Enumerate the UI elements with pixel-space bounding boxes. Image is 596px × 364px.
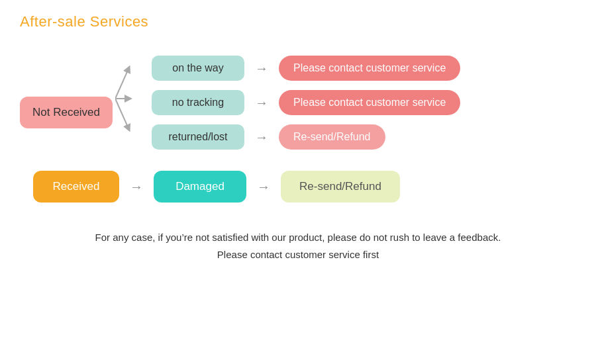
- arrow-icon-1: →: [255, 95, 268, 111]
- branch-row-1: no tracking → Please contact customer se…: [152, 90, 460, 115]
- arrow-received: →: [130, 179, 143, 195]
- damaged-node: Damaged: [154, 171, 246, 203]
- branch-row-0: on the way → Please contact customer ser…: [152, 56, 460, 81]
- status-returned-lost: returned/lost: [152, 124, 244, 150]
- received-section: Received → Damaged → Re-send/Refund: [20, 171, 576, 203]
- received-node: Received: [33, 171, 119, 203]
- status-no-tracking: no tracking: [152, 90, 244, 115]
- svg-line-0: [115, 69, 128, 99]
- svg-line-2: [115, 99, 128, 128]
- footer-line1: For any case, if you’re not satisfied wi…: [33, 229, 563, 246]
- not-received-branches: on the way → Please contact customer ser…: [152, 56, 460, 150]
- page-title: After-sale Services: [20, 13, 576, 30]
- resend-node: Re-send/Refund: [281, 171, 400, 203]
- branch-row-2: returned/lost → Re-send/Refund: [152, 124, 460, 150]
- not-received-section: Not Received on the way →: [20, 49, 576, 150]
- not-received-node: Not Received: [20, 97, 113, 128]
- not-received-left: Not Received: [20, 83, 152, 142]
- footer-line2: Please contact customer service first: [33, 246, 563, 263]
- status-on-the-way: on the way: [152, 56, 244, 81]
- arrow-damaged: →: [257, 179, 270, 195]
- fan-arrows-svg: [115, 56, 152, 142]
- arrow-icon-2: →: [255, 130, 268, 145]
- arrow-icon-0: →: [255, 61, 268, 76]
- page: After-sale Services Not Received: [0, 0, 596, 364]
- result-contact-0: Please contact customer service: [279, 56, 460, 81]
- result-resend-0: Re-send/Refund: [279, 124, 385, 150]
- footer-section: For any case, if you’re not satisfied wi…: [20, 229, 576, 263]
- result-contact-1: Please contact customer service: [279, 90, 460, 115]
